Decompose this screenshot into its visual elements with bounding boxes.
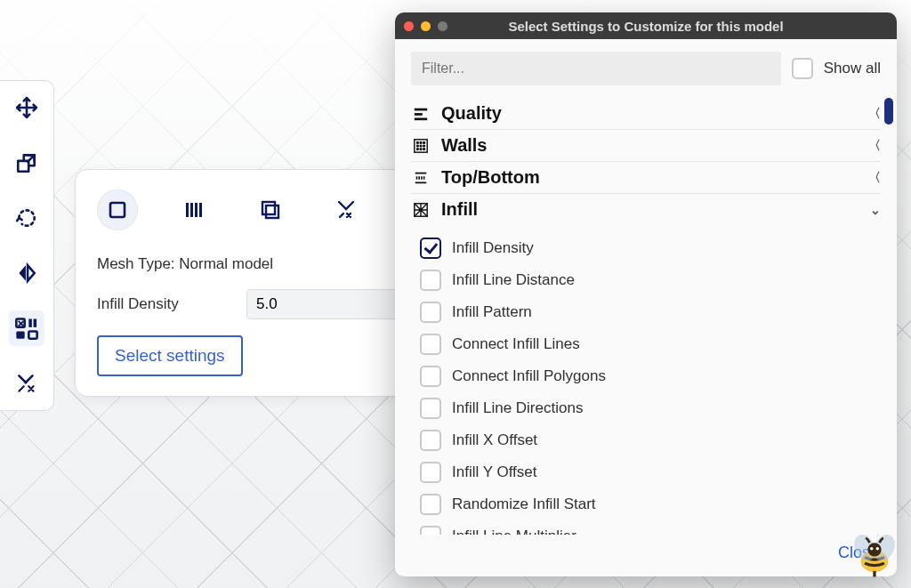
svg-rect-7 [110, 203, 125, 217]
svg-rect-10 [195, 203, 198, 217]
svg-point-6 [24, 381, 27, 383]
option-checkbox[interactable] [420, 462, 441, 483]
svg-point-19 [420, 141, 422, 143]
svg-rect-8 [186, 203, 189, 217]
category-quality[interactable]: Quality 〈 [411, 98, 881, 130]
rotate-tool[interactable] [9, 200, 44, 236]
category-label: Top/Bottom [441, 167, 540, 188]
chevron-left-icon: 〈 [868, 138, 881, 154]
svg-rect-13 [262, 202, 275, 214]
setting-option[interactable]: Infill Y Offset [418, 456, 881, 488]
option-label: Connect Infill Lines [452, 335, 580, 353]
svg-point-22 [420, 145, 422, 147]
close-button[interactable]: Close [838, 544, 879, 561]
mesh-type-tabs [97, 189, 408, 230]
option-label: Infill Line Distance [452, 271, 575, 289]
chevron-left-icon: 〈 [868, 106, 881, 122]
svg-rect-12 [266, 205, 278, 218]
option-checkbox[interactable] [420, 334, 441, 355]
option-checkbox[interactable] [420, 526, 441, 535]
mesh-infill-tab[interactable] [173, 189, 214, 230]
setting-option[interactable]: Infill Density [418, 232, 881, 264]
svg-point-23 [423, 145, 425, 147]
category-infill[interactable]: Infill ⌄ [411, 194, 881, 225]
option-checkbox[interactable] [420, 238, 441, 259]
mirror-tool[interactable] [9, 255, 44, 291]
setting-option[interactable]: Infill Line Directions [418, 392, 881, 424]
option-checkbox[interactable] [420, 270, 441, 291]
window-zoom-icon[interactable] [438, 21, 447, 31]
option-label: Randomize Infill Start [452, 495, 596, 513]
option-label: Connect Infill Polygons [452, 367, 606, 385]
mesh-type-label: Mesh Type: Normal model [97, 255, 408, 273]
window-close-icon[interactable] [404, 21, 414, 31]
chevron-left-icon: 〈 [868, 170, 881, 186]
topbottom-icon [411, 170, 431, 186]
option-label: Infill Pattern [452, 303, 532, 321]
svg-point-25 [420, 148, 422, 149]
svg-rect-3 [34, 319, 37, 327]
setting-option[interactable]: Connect Infill Polygons [418, 360, 881, 392]
option-label: Infill X Offset [452, 431, 537, 449]
setting-option[interactable]: Randomize Infill Start [418, 488, 881, 520]
option-label: Infill Line Multiplier [452, 528, 576, 535]
chevron-down-icon: ⌄ [870, 203, 881, 217]
category-label: Infill [441, 199, 478, 220]
svg-point-24 [417, 148, 419, 149]
scrollbar-thumb[interactable] [884, 98, 893, 125]
category-label: Walls [441, 135, 488, 156]
dialog-titlebar[interactable]: Select Settings to Customize for this mo… [395, 12, 897, 39]
show-all-label: Show all [824, 60, 881, 77]
svg-rect-16 [415, 117, 427, 120]
svg-rect-5 [28, 332, 36, 339]
option-checkbox[interactable] [420, 302, 441, 323]
mesh-cutting-tab[interactable] [250, 189, 291, 230]
per-model-panel: Mesh Type: Normal model Infill Density S… [75, 169, 431, 397]
setting-option[interactable]: Infill Pattern [418, 296, 881, 328]
setting-option[interactable]: Connect Infill Lines [418, 328, 881, 360]
select-settings-button[interactable]: Select settings [97, 335, 243, 376]
svg-rect-2 [28, 319, 32, 327]
category-walls[interactable]: Walls 〈 [411, 130, 881, 162]
setting-option[interactable]: Infill Line Multiplier [418, 520, 881, 535]
per-model-tool[interactable] [9, 310, 44, 346]
setting-option[interactable]: Infill Line Distance [418, 264, 881, 296]
select-settings-dialog: Select Settings to Customize for this mo… [395, 12, 897, 576]
svg-rect-14 [415, 108, 427, 110]
option-checkbox[interactable] [420, 494, 441, 515]
mesh-normal-tab[interactable] [97, 189, 138, 230]
option-label: Infill Y Offset [452, 463, 536, 481]
category-topbottom[interactable]: Top/Bottom 〈 [411, 162, 881, 194]
option-checkbox[interactable] [420, 430, 441, 451]
show-all-checkbox[interactable] [792, 58, 813, 79]
svg-rect-9 [190, 203, 193, 217]
infill-density-label: Infill Density [97, 295, 246, 313]
svg-rect-11 [199, 203, 202, 217]
walls-icon [411, 138, 431, 154]
option-checkbox[interactable] [420, 366, 441, 387]
settings-list[interactable]: Quality 〈 Walls 〈 Top/Bottom 〈 Infill ⌄ [395, 98, 897, 535]
option-label: Infill Line Directions [452, 399, 583, 417]
category-label: Quality [441, 103, 502, 124]
svg-point-18 [417, 141, 419, 143]
option-label: Infill Density [452, 239, 534, 257]
window-minimize-icon[interactable] [421, 21, 431, 31]
move-tool[interactable] [9, 90, 44, 125]
infill-icon [411, 202, 431, 218]
svg-point-21 [417, 145, 419, 147]
svg-rect-15 [415, 113, 423, 116]
infill-density-input[interactable] [246, 289, 408, 319]
filter-input[interactable] [411, 52, 781, 85]
svg-point-20 [423, 141, 425, 143]
setting-option[interactable]: Infill X Offset [418, 424, 881, 456]
scale-tool[interactable] [9, 145, 44, 181]
svg-rect-4 [16, 332, 24, 339]
quality-icon [411, 106, 431, 122]
option-checkbox[interactable] [420, 398, 441, 419]
left-toolbar [0, 80, 54, 411]
support-blocker-tool[interactable] [9, 366, 44, 401]
svg-point-26 [423, 148, 425, 149]
mesh-anti-overhang-tab[interactable] [327, 189, 367, 230]
dialog-title: Select Settings to Customize for this mo… [508, 19, 783, 34]
infill-options: Infill Density Infill Line Distance Infi… [411, 225, 881, 535]
